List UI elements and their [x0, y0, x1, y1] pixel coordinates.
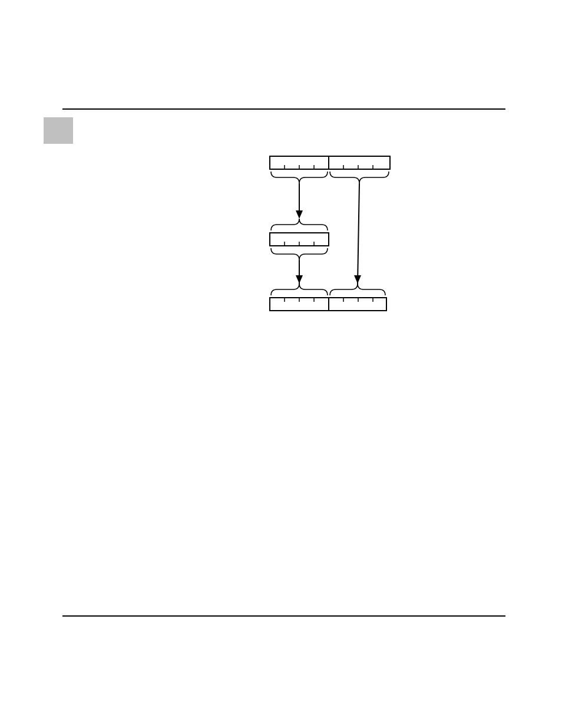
curly-brace [271, 172, 328, 183]
flow-diagram [0, 0, 562, 728]
arrow-head-icon [296, 210, 303, 219]
page [0, 0, 562, 728]
curly-brace [271, 219, 328, 230]
curly-brace [271, 248, 328, 260]
arrow-head-icon [296, 275, 303, 284]
curly-brace [330, 284, 385, 295]
data-box [270, 156, 390, 169]
arrow-head-icon [354, 275, 361, 284]
curly-brace [330, 172, 389, 183]
arrow-shaft [358, 183, 359, 285]
curly-brace [271, 284, 328, 295]
